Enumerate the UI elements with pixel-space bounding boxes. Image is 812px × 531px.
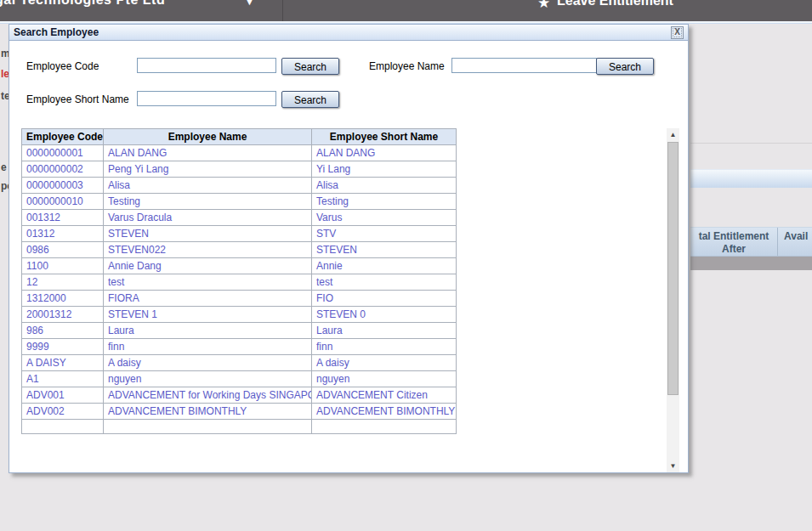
chevron-down-icon[interactable]: ▼: [245, 0, 254, 7]
table-cell[interactable]: Varus Dracula: [104, 210, 312, 226]
table-cell[interactable]: 0000000001: [22, 145, 104, 161]
table-cell[interactable]: 1100: [22, 258, 104, 274]
top-navigation-bar: gai Technologies Pte Ltd ▼ ★ Leave Entit…: [0, 0, 812, 21]
scrollbar-up-icon[interactable]: ▲: [667, 128, 679, 141]
table-row: 986LauraLaura: [22, 323, 457, 339]
column-header-employee-short-name: Employee Short Name: [312, 129, 457, 145]
table-cell[interactable]: nguyen: [312, 371, 457, 387]
table-cell[interactable]: 9999: [22, 339, 104, 355]
table-cell[interactable]: Laura: [104, 323, 312, 339]
table-cell[interactable]: ALAN DANG: [312, 145, 457, 161]
table-cell[interactable]: finn: [312, 339, 457, 355]
table-cell[interactable]: ADVANCEMENT Citizen: [312, 387, 457, 404]
table-cell[interactable]: ALAN DANG: [104, 145, 312, 161]
table-cell[interactable]: Yi Lang: [312, 161, 457, 178]
table-cell[interactable]: 01312: [22, 226, 104, 242]
table-cell[interactable]: Varus: [312, 210, 457, 226]
scrollbar-down-icon[interactable]: ▼: [667, 460, 679, 472]
table-cell[interactable]: Laura: [312, 323, 457, 339]
close-icon[interactable]: X: [671, 26, 684, 39]
table-cell[interactable]: STEVEN: [104, 226, 312, 242]
table-cell[interactable]: 1312000: [22, 291, 104, 307]
table-cell[interactable]: 20001312: [22, 307, 104, 323]
table-cell[interactable]: Annie: [312, 258, 457, 274]
table-cell[interactable]: ADVANCEMENT BIMONTHLY: [312, 404, 457, 420]
table-row: 01312STEVENSTV: [22, 226, 457, 242]
table-cell[interactable]: test: [104, 274, 312, 291]
table-cell[interactable]: Alisa: [104, 178, 312, 194]
bg-column-available: Avail: [778, 228, 812, 256]
table-row: 0000000010TestingTesting: [22, 194, 457, 210]
table-cell[interactable]: A DAISY: [22, 355, 104, 371]
table-cell[interactable]: STEVEN 0: [312, 307, 457, 323]
table-row: 9999finnfinn: [22, 339, 457, 355]
search-code-button[interactable]: Search: [281, 58, 339, 75]
nav-item-leave-entitlement[interactable]: Leave Entitlement: [557, 0, 673, 8]
table-cell[interactable]: 0000000003: [22, 178, 104, 194]
table-cell[interactable]: finn: [104, 339, 312, 355]
table-row: ADV002ADVANCEMENT BIMONTHLYADVANCEMENT B…: [22, 404, 457, 420]
table-cell[interactable]: ADVANCEMENT BIMONTHLY: [104, 404, 312, 420]
table-row: 001312Varus DraculaVarus: [22, 210, 457, 226]
table-cell[interactable]: 0000000002: [22, 161, 104, 178]
table-row: ADV001ADVANCEMENT for Working Days SINGA…: [22, 387, 457, 404]
table-cell[interactable]: A daisy: [104, 355, 312, 371]
table-row: 20001312STEVEN 1STEVEN 0: [22, 307, 457, 323]
table-cell[interactable]: 0986: [22, 242, 104, 258]
table-cell[interactable]: ADV001: [22, 387, 104, 404]
table-cell[interactable]: [22, 420, 104, 434]
bg-toolbar-band: [690, 169, 812, 188]
topbar-divider: [282, 0, 283, 21]
table-cell[interactable]: 12: [22, 274, 104, 291]
table-cell[interactable]: test: [312, 274, 457, 291]
table-row: 0000000002Peng Yi LangYi Lang: [22, 161, 457, 178]
vertical-scrollbar[interactable]: ▲ ▼: [667, 128, 679, 472]
employee-short-name-label: Employee Short Name: [26, 93, 129, 105]
table-cell[interactable]: ADV002: [22, 404, 104, 420]
table-cell[interactable]: 001312: [22, 210, 104, 226]
table-cell[interactable]: Annie Dang: [104, 258, 312, 274]
bg-dark-row: [690, 257, 812, 270]
table-row: [22, 420, 457, 434]
table-cell[interactable]: [312, 420, 457, 434]
table-cell[interactable]: FIO: [312, 291, 457, 307]
table-cell[interactable]: ADVANCEMENT for Working Days SINGAPORE: [104, 387, 312, 404]
search-name-button[interactable]: Search: [596, 58, 654, 75]
table-cell[interactable]: STV: [312, 226, 457, 242]
star-icon: ★: [537, 0, 550, 12]
table-row: A1nguyennguyen: [22, 371, 457, 387]
employee-short-name-input[interactable]: [137, 91, 276, 106]
bg-left-fragments: mletee (pe: [0, 0, 9, 531]
bg-column-total-entitlement-after: tal Entitlement After: [690, 228, 778, 256]
table-cell[interactable]: A daisy: [312, 355, 457, 371]
table-header-row: Employee Code Employee Name Employee Sho…: [22, 129, 457, 145]
employee-code-input[interactable]: [137, 58, 276, 73]
table-cell[interactable]: 986: [22, 323, 104, 339]
table-cell[interactable]: Testing: [312, 194, 457, 210]
table-cell[interactable]: Peng Yi Lang: [104, 161, 312, 178]
table-row: 12testtest: [22, 274, 457, 291]
table-row: 1100Annie DangAnnie: [22, 258, 457, 274]
table-cell[interactable]: FIORA: [104, 291, 312, 307]
table-cell[interactable]: Alisa: [312, 178, 457, 194]
table-cell[interactable]: A1: [22, 371, 104, 387]
column-header-employee-code: Employee Code: [22, 129, 104, 145]
search-short-name-button[interactable]: Search: [281, 91, 339, 108]
bg-entitlement-table-header: tal Entitlement After Avail: [690, 227, 812, 257]
table-cell[interactable]: nguyen: [104, 371, 312, 387]
table-cell[interactable]: 0000000010: [22, 194, 104, 210]
scrollbar-thumb[interactable]: [667, 142, 679, 395]
table-row: 0000000003AlisaAlisa: [22, 178, 457, 194]
table-cell[interactable]: [104, 420, 312, 434]
dialog-title: Search Employee: [9, 25, 688, 41]
table-cell[interactable]: Testing: [104, 194, 312, 210]
table-cell[interactable]: STEVEN 1: [104, 307, 312, 323]
table-cell[interactable]: STEVEN022: [104, 242, 312, 258]
employee-results-table: Employee Code Employee Name Employee Sho…: [21, 128, 457, 434]
employee-table-body: 0000000001ALAN DANGALAN DANG0000000002Pe…: [22, 145, 457, 434]
company-name[interactable]: gai Technologies Pte Ltd: [0, 0, 165, 8]
table-cell[interactable]: STEVEN: [312, 242, 457, 258]
column-header-employee-name: Employee Name: [104, 129, 312, 145]
employee-name-input[interactable]: [451, 58, 597, 73]
bg-horizontal-divider: [690, 143, 812, 144]
